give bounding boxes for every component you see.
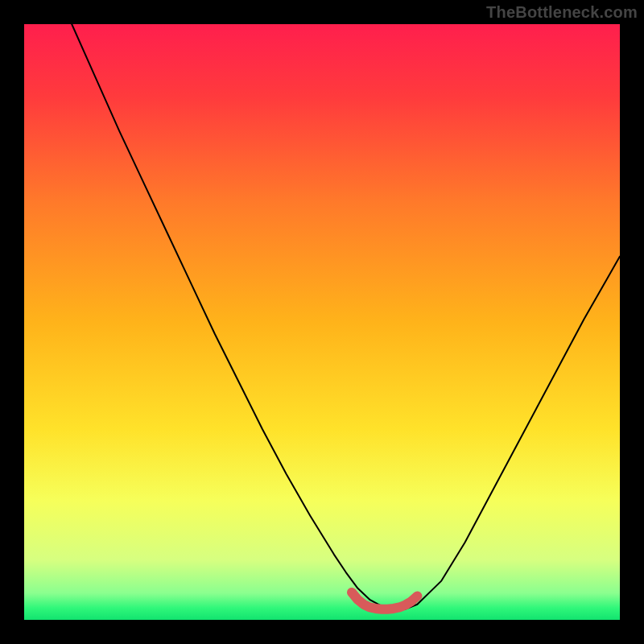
plot-area xyxy=(24,24,620,620)
watermark-text: TheBottleneck.com xyxy=(486,3,638,22)
valley-marker xyxy=(24,24,620,620)
chart-stage: TheBottleneck.com xyxy=(0,0,644,644)
